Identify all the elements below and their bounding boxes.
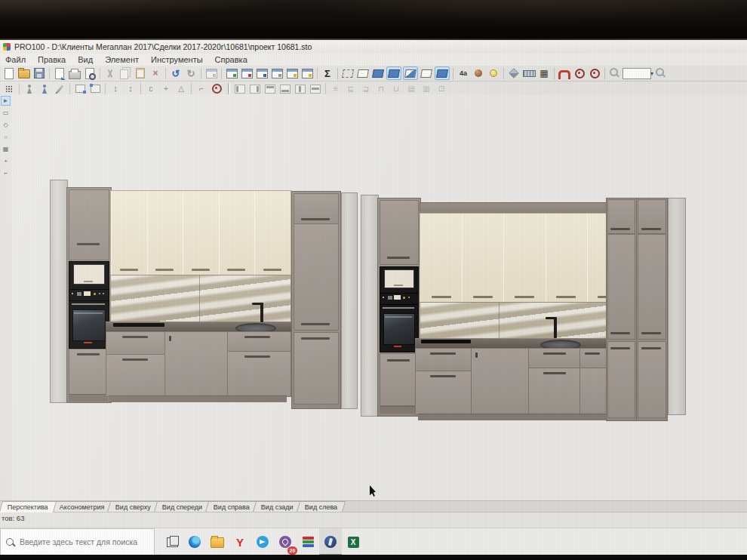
grid-button[interactable]: ▦ — [537, 67, 551, 79]
corner-tool-button[interactable]: ⌐ — [1, 168, 11, 178]
zoom-level-input[interactable] — [622, 68, 651, 79]
align-left-button[interactable] — [233, 83, 247, 95]
align-bottom-button[interactable] — [278, 83, 292, 95]
distribute-6-button[interactable]: ▤ — [404, 83, 418, 95]
distribute-4-button[interactable]: ⊓ — [374, 83, 388, 95]
design-canvas[interactable] — [11, 94, 747, 500]
snap-a-button[interactable] — [73, 83, 87, 95]
distribute-2-button[interactable]: ⊑ — [344, 83, 358, 95]
antialias-button[interactable]: 4a — [456, 67, 470, 79]
align-right-button[interactable] — [248, 83, 262, 95]
zoom-in-button[interactable] — [654, 67, 668, 79]
view-semitransparent-button[interactable] — [403, 66, 418, 80]
pencil-button[interactable] — [53, 83, 66, 95]
origin-button[interactable] — [210, 83, 223, 95]
taskbar-viber[interactable]: 26 — [274, 528, 297, 555]
view-outline-button[interactable] — [356, 67, 370, 79]
copy-button[interactable] — [118, 67, 132, 79]
print-preview-button[interactable] — [83, 67, 97, 79]
door-handle — [244, 355, 270, 358]
tab-front-view[interactable]: Вид спереди — [154, 501, 211, 512]
align-center-h-button[interactable] — [294, 83, 307, 95]
move-button[interactable]: + — [159, 83, 173, 95]
redo-button[interactable]: ↻ — [184, 67, 198, 79]
taskbar-excel[interactable]: X — [342, 528, 364, 555]
price-list-button[interactable] — [240, 67, 254, 79]
view-shaded-button[interactable] — [386, 66, 401, 80]
diamond-tool-button[interactable]: ◇ — [1, 120, 11, 130]
magnet-button[interactable] — [558, 67, 571, 79]
distribute-5-button[interactable]: ⊔ — [389, 83, 403, 95]
zoom-dropdown-icon[interactable]: ▾ — [650, 70, 653, 77]
view-textured-button[interactable] — [435, 66, 450, 80]
menu-element[interactable]: Элемент — [105, 55, 139, 64]
walk-select-button[interactable] — [38, 83, 51, 95]
cross-tool-button[interactable]: + — [1, 156, 11, 166]
snap-b-button[interactable] — [88, 83, 102, 95]
render-button[interactable] — [472, 67, 485, 79]
taskbar-search-input[interactable] — [18, 537, 149, 547]
find-element-button[interactable] — [255, 67, 269, 79]
align-center-v-button[interactable] — [309, 83, 322, 95]
snap-grid-button[interactable] — [573, 67, 586, 79]
walk-button[interactable] — [23, 83, 36, 95]
circle-tool-button[interactable]: ○ — [1, 132, 11, 142]
properties-button[interactable] — [204, 67, 218, 79]
menu-tools[interactable]: Инструменты — [151, 55, 203, 64]
zoom-out-button[interactable] — [608, 67, 622, 79]
menu-view[interactable]: Вид — [78, 55, 93, 64]
distribute-7-button[interactable]: ▥ — [420, 83, 433, 95]
menu-file[interactable]: Файл — [5, 55, 26, 64]
open-button[interactable] — [17, 67, 31, 79]
snap-origin-button[interactable] — [588, 67, 601, 79]
report-button[interactable] — [225, 67, 238, 79]
taskbar-pro100[interactable] — [319, 528, 342, 555]
level-button[interactable]: △ — [174, 83, 188, 95]
taskbar-search[interactable] — [0, 528, 155, 555]
tab-back-view[interactable]: Вид сзади — [253, 501, 302, 512]
task-view-button[interactable] — [161, 528, 183, 555]
distribute-8-button[interactable]: ⊡ — [435, 83, 448, 95]
select-tool-button[interactable]: ► — [1, 96, 11, 106]
taskbar-winrar[interactable] — [297, 528, 319, 555]
delete-button[interactable]: × — [149, 67, 162, 79]
dimensions-button[interactable] — [522, 67, 536, 79]
view-contour-button[interactable] — [420, 67, 433, 79]
grid-tool-button[interactable]: ▦ — [1, 144, 11, 154]
save-button[interactable] — [32, 67, 46, 79]
export-button[interactable] — [53, 67, 66, 79]
pan-button[interactable] — [2, 83, 16, 95]
element-list-button[interactable] — [270, 67, 284, 79]
lighting-button[interactable] — [487, 67, 500, 79]
tab-top-view[interactable]: Вид сверху — [107, 501, 159, 512]
align-top-button[interactable] — [263, 83, 277, 95]
view-wireframe-button[interactable] — [341, 67, 355, 79]
taskbar-telegram[interactable] — [251, 528, 274, 555]
print-button[interactable] — [68, 67, 81, 79]
menu-help[interactable]: Справка — [215, 55, 247, 64]
tab-perspective[interactable]: Перспектива — [0, 501, 57, 512]
sum-button[interactable]: Σ — [321, 67, 334, 79]
tab-axonometry[interactable]: Аксонометрия — [51, 501, 113, 512]
box-tool-button[interactable]: ▭ — [1, 108, 11, 118]
undo-button[interactable]: ↺ — [169, 67, 183, 79]
tab-left-view[interactable]: Вид слева — [297, 501, 346, 512]
new-button[interactable] — [2, 67, 16, 79]
distribute-1-button[interactable]: ≡ — [329, 83, 343, 95]
taskbar-file-explorer[interactable] — [206, 528, 229, 555]
cut-button[interactable] — [103, 67, 117, 79]
move-up-button[interactable]: ↕ — [109, 83, 122, 95]
hint-button[interactable] — [285, 67, 299, 79]
corner-button[interactable]: ⌐ — [195, 83, 208, 95]
rotate-button[interactable]: c — [144, 83, 158, 95]
tab-right-view[interactable]: Вид справа — [205, 501, 258, 512]
cost-button[interactable] — [300, 67, 314, 79]
taskbar-edge[interactable] — [183, 528, 206, 555]
view-solid-button[interactable] — [371, 67, 385, 79]
taskbar-yandex[interactable]: Y — [229, 528, 251, 555]
paste-button[interactable] — [134, 67, 147, 79]
distribute-3-button[interactable]: ⊒ — [359, 83, 373, 95]
materials-button[interactable] — [507, 67, 521, 79]
move-down-button[interactable]: ↕ — [124, 83, 137, 95]
menu-edit[interactable]: Правка — [38, 55, 66, 64]
